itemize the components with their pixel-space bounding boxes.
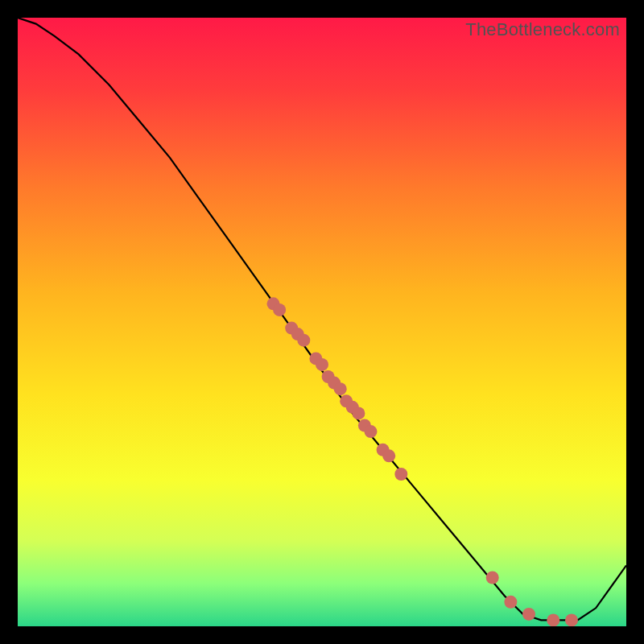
data-point [504,596,517,609]
data-point [382,449,395,462]
plot-area: TheBottleneck.com [18,18,626,626]
data-point [565,613,578,626]
data-point [316,358,328,371]
bottleneck-curve [18,18,626,626]
chart-container: TheBottleneck.com [0,0,644,644]
data-point [365,425,378,438]
data-point [297,334,310,347]
data-point [522,608,535,621]
data-point [547,613,559,626]
data-point [334,382,347,395]
data-point [486,572,499,584]
watermark-text: TheBottleneck.com [465,19,620,40]
data-point [273,303,286,316]
data-point [352,407,365,419]
data-point [394,468,407,481]
